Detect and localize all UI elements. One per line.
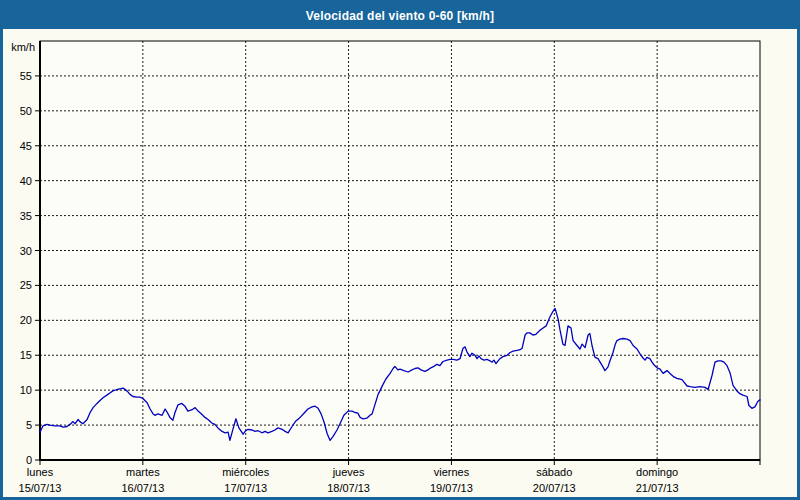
- x-axis-date-label: 21/07/13: [636, 482, 679, 494]
- y-axis-unit-label: km/h: [11, 41, 35, 53]
- svg-text:30: 30: [20, 245, 32, 257]
- svg-text:10: 10: [20, 384, 32, 396]
- chart-svg: 0510152025303540455055km/hlunes15/07/13m…: [3, 29, 797, 497]
- x-axis-day-label: sábado: [536, 466, 572, 478]
- x-axis-date-label: 16/07/13: [121, 482, 164, 494]
- x-axis-day-label: domingo: [636, 466, 678, 478]
- x-axis-date-label: 18/07/13: [327, 482, 370, 494]
- svg-text:50: 50: [20, 105, 32, 117]
- svg-text:35: 35: [20, 210, 32, 222]
- svg-text:45: 45: [20, 140, 32, 152]
- chart-title: Velocidad del viento 0-60 [km/h]: [306, 9, 494, 23]
- chart-titlebar: Velocidad del viento 0-60 [km/h]: [3, 3, 797, 29]
- svg-text:5: 5: [26, 419, 32, 431]
- x-axis-date-label: 17/07/13: [224, 482, 267, 494]
- x-axis-day-label: jueves: [332, 466, 365, 478]
- x-axis-date-label: 15/07/13: [19, 482, 62, 494]
- svg-text:0: 0: [26, 454, 32, 466]
- app-window: Velocidad del viento 0-60 [km/h] 0510152…: [0, 0, 800, 500]
- svg-text:20: 20: [20, 314, 32, 326]
- svg-text:15: 15: [20, 349, 32, 361]
- svg-text:55: 55: [20, 70, 32, 82]
- x-axis-day-label: martes: [126, 466, 160, 478]
- svg-text:40: 40: [20, 175, 32, 187]
- x-axis-day-label: miércoles: [222, 466, 270, 478]
- x-axis-date-label: 19/07/13: [430, 482, 473, 494]
- chart-content: 0510152025303540455055km/hlunes15/07/13m…: [3, 29, 797, 497]
- x-axis-day-label: viernes: [434, 466, 470, 478]
- x-axis-date-label: 20/07/13: [533, 482, 576, 494]
- svg-text:25: 25: [20, 279, 32, 291]
- x-axis-day-label: lunes: [27, 466, 54, 478]
